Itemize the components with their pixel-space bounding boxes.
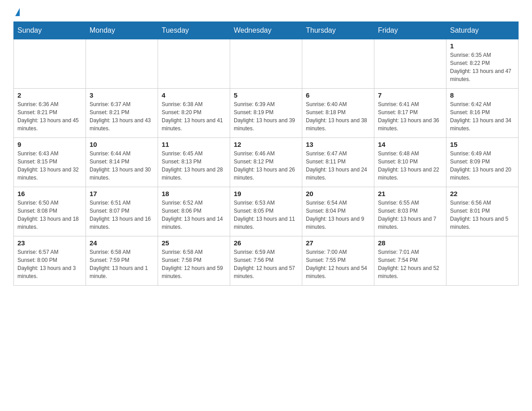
day-number: 7 xyxy=(378,91,442,99)
calendar-cell: 10Sunrise: 6:44 AM Sunset: 8:14 PM Dayli… xyxy=(86,138,158,187)
calendar-cell: 28Sunrise: 7:01 AM Sunset: 7:54 PM Dayli… xyxy=(374,236,446,286)
day-number: 4 xyxy=(162,91,226,99)
day-info: Sunrise: 6:56 AM Sunset: 8:01 PM Dayligh… xyxy=(450,199,515,231)
day-number: 24 xyxy=(90,239,154,247)
calendar-cell: 23Sunrise: 6:57 AM Sunset: 8:00 PM Dayli… xyxy=(14,236,86,286)
day-number: 17 xyxy=(90,190,154,197)
day-number: 23 xyxy=(17,239,82,247)
day-info: Sunrise: 6:49 AM Sunset: 8:09 PM Dayligh… xyxy=(450,150,515,182)
day-number: 27 xyxy=(306,239,370,247)
calendar-cell: 27Sunrise: 7:00 AM Sunset: 7:55 PM Dayli… xyxy=(302,236,374,286)
calendar-cell: 9Sunrise: 6:43 AM Sunset: 8:15 PM Daylig… xyxy=(14,138,86,187)
day-number: 9 xyxy=(17,141,82,148)
week-row-4: 16Sunrise: 6:50 AM Sunset: 8:08 PM Dayli… xyxy=(14,187,519,236)
week-row-1: 1Sunrise: 6:35 AM Sunset: 8:22 PM Daylig… xyxy=(14,39,519,89)
week-row-5: 23Sunrise: 6:57 AM Sunset: 8:00 PM Dayli… xyxy=(14,236,519,286)
calendar-cell: 16Sunrise: 6:50 AM Sunset: 8:08 PM Dayli… xyxy=(14,187,86,236)
weekday-header-saturday: Saturday xyxy=(446,22,519,39)
day-info: Sunrise: 6:46 AM Sunset: 8:12 PM Dayligh… xyxy=(234,150,298,182)
calendar-cell: 14Sunrise: 6:48 AM Sunset: 8:10 PM Dayli… xyxy=(374,138,446,187)
day-info: Sunrise: 6:44 AM Sunset: 8:14 PM Dayligh… xyxy=(90,150,154,182)
calendar-cell: 19Sunrise: 6:53 AM Sunset: 8:05 PM Dayli… xyxy=(230,187,302,236)
calendar-cell: 21Sunrise: 6:55 AM Sunset: 8:03 PM Dayli… xyxy=(374,187,446,236)
weekday-header-friday: Friday xyxy=(374,22,446,39)
day-info: Sunrise: 7:01 AM Sunset: 7:54 PM Dayligh… xyxy=(378,248,442,280)
day-number: 25 xyxy=(162,239,226,247)
weekday-header-monday: Monday xyxy=(86,22,158,39)
day-info: Sunrise: 6:50 AM Sunset: 8:08 PM Dayligh… xyxy=(17,199,82,231)
day-number: 22 xyxy=(450,190,515,197)
calendar-cell xyxy=(302,39,374,89)
calendar-cell: 11Sunrise: 6:45 AM Sunset: 8:13 PM Dayli… xyxy=(158,138,230,187)
day-info: Sunrise: 6:41 AM Sunset: 8:17 PM Dayligh… xyxy=(378,100,442,133)
day-info: Sunrise: 6:58 AM Sunset: 7:58 PM Dayligh… xyxy=(162,248,226,280)
calendar-cell: 12Sunrise: 6:46 AM Sunset: 8:12 PM Dayli… xyxy=(230,138,302,187)
week-row-2: 2Sunrise: 6:36 AM Sunset: 8:21 PM Daylig… xyxy=(14,89,519,138)
page-header xyxy=(13,9,519,17)
day-info: Sunrise: 6:40 AM Sunset: 8:18 PM Dayligh… xyxy=(306,100,370,133)
calendar-cell: 24Sunrise: 6:58 AM Sunset: 7:59 PM Dayli… xyxy=(86,236,158,286)
day-number: 19 xyxy=(234,190,298,197)
calendar-cell: 20Sunrise: 6:54 AM Sunset: 8:04 PM Dayli… xyxy=(302,187,374,236)
day-info: Sunrise: 6:55 AM Sunset: 8:03 PM Dayligh… xyxy=(378,199,442,231)
day-info: Sunrise: 6:51 AM Sunset: 8:07 PM Dayligh… xyxy=(90,199,154,231)
day-number: 26 xyxy=(234,239,298,247)
calendar-header-row: SundayMondayTuesdayWednesdayThursdayFrid… xyxy=(14,22,519,39)
day-info: Sunrise: 6:37 AM Sunset: 8:21 PM Dayligh… xyxy=(90,100,154,133)
day-info: Sunrise: 6:48 AM Sunset: 8:10 PM Dayligh… xyxy=(378,150,442,182)
weekday-header-sunday: Sunday xyxy=(14,22,86,39)
calendar-cell xyxy=(374,39,446,89)
day-number: 2 xyxy=(17,91,82,99)
day-number: 13 xyxy=(306,141,370,148)
calendar-cell: 18Sunrise: 6:52 AM Sunset: 8:06 PM Dayli… xyxy=(158,187,230,236)
day-number: 6 xyxy=(306,91,370,99)
day-number: 20 xyxy=(306,190,370,197)
calendar-cell: 4Sunrise: 6:38 AM Sunset: 8:20 PM Daylig… xyxy=(158,89,230,138)
day-info: Sunrise: 6:53 AM Sunset: 8:05 PM Dayligh… xyxy=(234,199,298,231)
day-info: Sunrise: 6:52 AM Sunset: 8:06 PM Dayligh… xyxy=(162,199,226,231)
calendar-cell xyxy=(14,39,86,89)
day-info: Sunrise: 6:35 AM Sunset: 8:22 PM Dayligh… xyxy=(450,51,515,83)
calendar-cell: 13Sunrise: 6:47 AM Sunset: 8:11 PM Dayli… xyxy=(302,138,374,187)
day-info: Sunrise: 6:57 AM Sunset: 8:00 PM Dayligh… xyxy=(17,248,82,280)
day-number: 10 xyxy=(90,141,154,148)
day-info: Sunrise: 6:38 AM Sunset: 8:20 PM Dayligh… xyxy=(162,100,226,133)
day-number: 21 xyxy=(378,190,442,197)
weekday-header-wednesday: Wednesday xyxy=(230,22,302,39)
day-info: Sunrise: 6:45 AM Sunset: 8:13 PM Dayligh… xyxy=(162,150,226,182)
day-number: 28 xyxy=(378,239,442,247)
calendar-cell: 6Sunrise: 6:40 AM Sunset: 8:18 PM Daylig… xyxy=(302,89,374,138)
day-info: Sunrise: 6:47 AM Sunset: 8:11 PM Dayligh… xyxy=(306,150,370,182)
calendar-cell xyxy=(86,39,158,89)
calendar-cell xyxy=(158,39,230,89)
calendar-cell: 1Sunrise: 6:35 AM Sunset: 8:22 PM Daylig… xyxy=(446,39,519,89)
day-number: 16 xyxy=(17,190,82,197)
day-info: Sunrise: 6:42 AM Sunset: 8:16 PM Dayligh… xyxy=(450,100,515,133)
calendar-cell: 22Sunrise: 6:56 AM Sunset: 8:01 PM Dayli… xyxy=(446,187,519,236)
day-number: 15 xyxy=(450,141,515,148)
calendar-table: SundayMondayTuesdayWednesdayThursdayFrid… xyxy=(13,21,519,286)
day-number: 12 xyxy=(234,141,298,148)
calendar-cell: 25Sunrise: 6:58 AM Sunset: 7:58 PM Dayli… xyxy=(158,236,230,286)
weekday-header-thursday: Thursday xyxy=(302,22,374,39)
day-number: 14 xyxy=(378,141,442,148)
day-number: 5 xyxy=(234,91,298,99)
day-number: 11 xyxy=(162,141,226,148)
day-number: 18 xyxy=(162,190,226,197)
calendar-cell: 17Sunrise: 6:51 AM Sunset: 8:07 PM Dayli… xyxy=(86,187,158,236)
day-info: Sunrise: 6:43 AM Sunset: 8:15 PM Dayligh… xyxy=(17,150,82,182)
day-info: Sunrise: 6:59 AM Sunset: 7:56 PM Dayligh… xyxy=(234,248,298,280)
day-number: 8 xyxy=(450,91,515,99)
week-row-3: 9Sunrise: 6:43 AM Sunset: 8:15 PM Daylig… xyxy=(14,138,519,187)
weekday-header-tuesday: Tuesday xyxy=(158,22,230,39)
calendar-cell xyxy=(230,39,302,89)
day-number: 1 xyxy=(450,42,515,50)
calendar-cell: 7Sunrise: 6:41 AM Sunset: 8:17 PM Daylig… xyxy=(374,89,446,138)
calendar-cell: 2Sunrise: 6:36 AM Sunset: 8:21 PM Daylig… xyxy=(14,89,86,138)
calendar-cell: 5Sunrise: 6:39 AM Sunset: 8:19 PM Daylig… xyxy=(230,89,302,138)
calendar-cell: 3Sunrise: 6:37 AM Sunset: 8:21 PM Daylig… xyxy=(86,89,158,138)
calendar-cell: 15Sunrise: 6:49 AM Sunset: 8:09 PM Dayli… xyxy=(446,138,519,187)
day-info: Sunrise: 6:58 AM Sunset: 7:59 PM Dayligh… xyxy=(90,248,154,280)
calendar-cell xyxy=(446,236,519,286)
calendar-cell: 26Sunrise: 6:59 AM Sunset: 7:56 PM Dayli… xyxy=(230,236,302,286)
